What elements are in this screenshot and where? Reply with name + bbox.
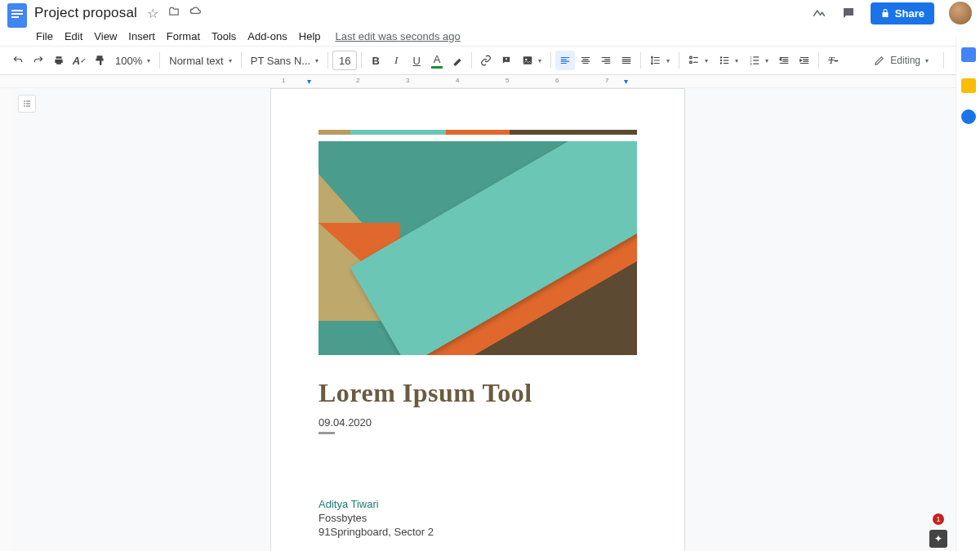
svg-rect-13 [724,63,728,64]
zoom-select[interactable]: 100% [110,51,155,70]
menu-addons[interactable]: Add-ons [247,30,287,42]
add-comment-icon[interactable] [497,51,516,70]
highlight-icon[interactable] [448,51,467,70]
image-icon[interactable] [517,51,546,70]
avatar[interactable] [949,2,972,24]
font-size-input[interactable]: 16 [332,51,357,70]
last-edit-text[interactable]: Last edit was seconds ago [336,30,461,42]
share-button[interactable]: Share [871,2,934,24]
doc-date-text[interactable]: 09.04.2020 [318,416,637,429]
explore-icon[interactable]: ✦ [929,530,947,548]
explore-badges: 1 ✦ [929,513,947,548]
keep-icon[interactable] [961,78,976,93]
align-justify-icon[interactable] [617,51,636,70]
address-text[interactable]: 91Springboard, Sector 2 [318,526,637,538]
numbered-list-icon[interactable]: 123 [744,51,773,70]
hero-image [318,141,637,355]
svg-rect-7 [690,61,692,63]
svg-point-8 [720,56,722,58]
indent-decrease-icon[interactable] [774,51,794,70]
menu-format[interactable]: Format [167,30,200,42]
spellcheck-icon[interactable]: A✓ [69,51,89,70]
line-spacing-icon[interactable] [645,51,675,70]
cloud-icon[interactable] [189,6,203,21]
docs-logo-icon[interactable] [7,2,28,29]
horizontal-ruler[interactable]: ▾ 1 2 3 4 5 6 7 ▾ [0,75,980,88]
bold-icon[interactable]: B [366,51,385,70]
svg-rect-15 [753,56,759,57]
align-left-icon[interactable] [555,51,575,70]
underline-icon[interactable]: U [407,51,426,70]
document-title[interactable]: Project proposal [34,5,137,21]
editing-mode-select[interactable]: Editing ▾ [867,55,935,66]
header-row-title: Project proposal ☆ Share [0,0,980,26]
svg-rect-17 [753,60,759,60]
checklist-icon[interactable] [684,51,713,70]
menu-edit[interactable]: Edit [65,30,82,42]
menu-insert[interactable]: Insert [128,30,155,42]
calendar-icon[interactable] [961,47,976,62]
indent-marker-right[interactable]: ▾ [624,77,628,86]
clear-format-icon[interactable]: T× [823,51,843,70]
menu-file[interactable]: File [36,30,53,42]
align-right-icon[interactable] [596,51,616,70]
title-divider [318,432,335,434]
menu-help[interactable]: Help [299,30,321,42]
comment-icon[interactable] [841,6,856,20]
menu-view[interactable]: View [94,30,117,42]
menu-tools[interactable]: Tools [212,30,236,42]
activity-icon[interactable] [812,6,826,20]
align-center-icon[interactable] [576,51,595,70]
paint-format-icon[interactable] [90,51,109,70]
notification-badge[interactable]: 1 [933,513,944,525]
share-label: Share [895,7,924,20]
undo-icon[interactable] [8,51,28,70]
svg-rect-4 [523,56,532,64]
org-text[interactable]: Fossbytes [318,512,637,524]
header-stripe [318,130,637,135]
font-select[interactable]: PT Sans N... [246,51,323,70]
redo-icon[interactable] [29,51,48,70]
title-icons: ☆ [147,6,203,21]
bulleted-list-icon[interactable] [714,51,743,70]
svg-text:3: 3 [750,62,752,66]
workspace: Lorem Ipsum Tool 09.04.2020 Aditya Tiwar… [0,88,956,551]
document-page[interactable]: Lorem Ipsum Tool 09.04.2020 Aditya Tiwar… [270,88,685,551]
menu-bar: File Edit View Insert Format Tools Add-o… [0,26,980,46]
indent-marker-left[interactable]: ▾ [307,77,311,86]
toolbar: A✓ 100% Normal text PT Sans N... 16 B I … [0,46,980,75]
svg-rect-3 [11,16,19,18]
indent-increase-icon[interactable] [795,51,814,70]
svg-rect-9 [724,57,728,58]
side-panel [956,36,980,551]
outline-toggle-icon[interactable] [18,95,36,113]
svg-rect-19 [753,64,759,64]
svg-rect-1 [11,10,23,11]
print-icon[interactable] [49,51,69,70]
svg-point-10 [720,60,722,61]
link-icon[interactable] [476,51,496,70]
svg-point-5 [525,59,527,60]
doc-title-text[interactable]: Lorem Ipsum Tool [318,378,637,408]
svg-point-12 [720,62,722,64]
svg-rect-6 [690,56,692,58]
author-text[interactable]: Aditya Tiwari [318,498,637,510]
text-color-icon[interactable]: A [427,51,447,70]
svg-rect-2 [11,13,23,15]
tasks-icon[interactable] [961,109,976,124]
svg-rect-11 [724,60,728,60]
style-select[interactable]: Normal text [164,51,236,70]
italic-icon[interactable]: I [386,51,406,70]
svg-rect-0 [7,3,27,28]
star-icon[interactable]: ☆ [147,6,158,21]
vertical-ruler[interactable] [0,88,13,551]
move-icon[interactable] [168,6,180,21]
